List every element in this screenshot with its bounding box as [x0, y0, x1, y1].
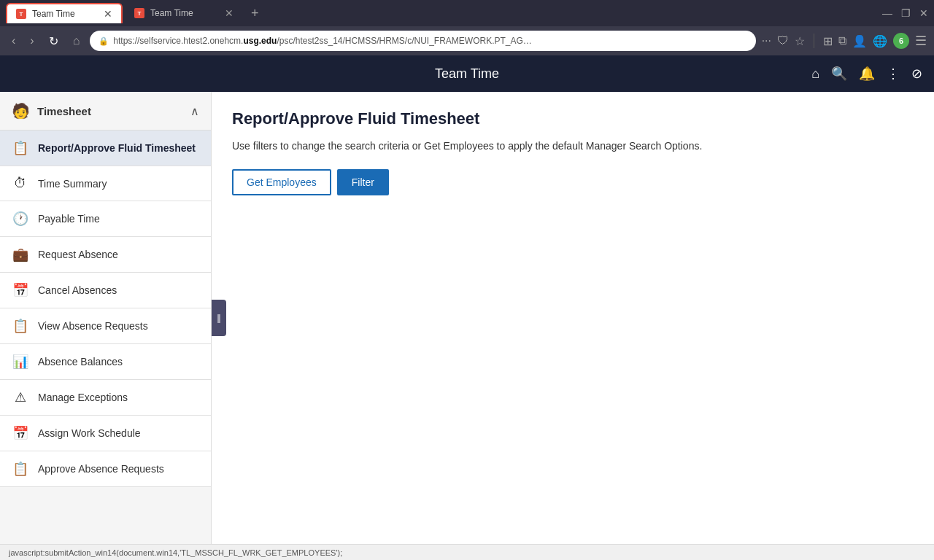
home-icon[interactable]: ⌂ [811, 66, 819, 82]
sidebar-item-request-absence[interactable]: 💼 Request Absence [0, 237, 211, 273]
sidebar-title: Timesheet [37, 105, 91, 117]
security-icon: 🔒 [99, 36, 109, 46]
app-header: Team Time ⌂ 🔍 🔔 ⋮ ⊘ [0, 55, 934, 92]
maximize-button[interactable]: ❐ [901, 7, 911, 19]
split-view-icon[interactable]: ⧉ [838, 34, 846, 47]
hamburger-menu[interactable]: ☰ [915, 33, 927, 49]
browser-tab-2[interactable]: T Team Time ✕ [126, 3, 242, 23]
sidebar-item-time-summary[interactable]: ⏱ Time Summary [0, 166, 211, 201]
sidebar-item-payable-time[interactable]: 🕐 Payable Time [0, 201, 211, 237]
filter-button[interactable]: Filter [337, 169, 389, 195]
view-absence-requests-icon: 📋 [12, 318, 29, 334]
tab-1-label: Team Time [32, 9, 75, 19]
action-buttons: Get Employees Filter [232, 169, 914, 195]
approve-absence-requests-icon: 📋 [12, 461, 29, 477]
sidebar-item-manage-exceptions[interactable]: ⚠ Manage Exceptions [0, 380, 211, 416]
sidebar-collapse-button[interactable]: ∧ [190, 104, 199, 118]
time-summary-icon: ⏱ [12, 176, 29, 191]
tab-2-close[interactable]: ✕ [225, 8, 234, 18]
sidebar-item-label: Time Summary [38, 178, 107, 190]
sidebar-item-label: Manage Exceptions [38, 392, 128, 403]
bookmarks-icon[interactable]: ⊞ [823, 34, 833, 48]
refresh-button[interactable]: ↻ [45, 31, 63, 51]
sidebar-header: 🧑 Timesheet ∧ [0, 92, 211, 131]
profile-avatar[interactable]: 6 [893, 33, 909, 49]
sidebar-item-report-approve[interactable]: 📋 Report/Approve Fluid Timesheet [0, 131, 211, 166]
shield-icon[interactable]: 🛡 [777, 34, 789, 47]
browser-menu-icon[interactable]: 🌐 [873, 34, 887, 48]
manage-exceptions-icon: ⚠ [12, 389, 29, 405]
status-bar: javascript:submitAction_win14(document.w… [0, 544, 934, 560]
sidebar-item-label: View Absence Requests [38, 320, 148, 332]
sidebar-item-assign-work-schedule[interactable]: 📅 Assign Work Schedule [0, 416, 211, 451]
options-icon[interactable]: ⋮ [887, 66, 900, 82]
get-employees-button[interactable]: Get Employees [232, 169, 331, 195]
sidebar-item-label: Payable Time [38, 213, 100, 225]
timesheet-icon: 🧑 [12, 102, 30, 120]
toggle-icon: ‖ [217, 313, 221, 323]
content-area: Report/Approve Fluid Timesheet Use filte… [212, 92, 934, 544]
sidebar: 🧑 Timesheet ∧ 📋 Report/Approve Fluid Tim… [0, 92, 212, 544]
tab-2-label: Team Time [150, 8, 193, 18]
report-approve-icon: 📋 [12, 140, 29, 156]
sidebar-item-label: Assign Work Schedule [38, 427, 141, 439]
window-controls: — ❐ ✕ [882, 7, 928, 19]
new-tab-button[interactable]: + [245, 3, 265, 24]
tab-1-icon: T [16, 9, 26, 19]
sidebar-item-cancel-absences[interactable]: 📅 Cancel Absences [0, 273, 211, 308]
header-icons: ⌂ 🔍 🔔 ⋮ ⊘ [811, 66, 922, 82]
url-text: https://selfservice.htest2.onehcm.usg.ed… [113, 36, 746, 46]
sidebar-item-label: Approve Absence Requests [38, 463, 164, 475]
search-icon[interactable]: 🔍 [831, 66, 847, 82]
absence-balances-icon: 📊 [12, 354, 29, 370]
forward-button[interactable]: › [26, 31, 38, 50]
address-bar[interactable]: 🔒 https://selfservice.htest2.onehcm.usg.… [90, 31, 755, 51]
close-button[interactable]: ✕ [919, 7, 928, 19]
more-options-icon[interactable]: ··· [762, 34, 771, 47]
browser-tab-1[interactable]: T Team Time ✕ [6, 3, 123, 23]
cancel-absences-icon: 📅 [12, 282, 29, 298]
page-description: Use filters to change the search criteri… [232, 140, 914, 152]
block-icon[interactable]: ⊘ [911, 66, 922, 82]
sidebar-header-left: 🧑 Timesheet [12, 102, 91, 120]
sidebar-item-label: Report/Approve Fluid Timesheet [38, 142, 196, 154]
assign-work-schedule-icon: 📅 [12, 425, 29, 441]
request-absence-icon: 💼 [12, 246, 29, 262]
status-text: javascript:submitAction_win14(document.w… [9, 548, 342, 557]
main-layout: 🧑 Timesheet ∧ 📋 Report/Approve Fluid Tim… [0, 92, 934, 544]
browser-title-bar: T Team Time ✕ T Team Time ✕ + — ❐ ✕ [0, 0, 934, 26]
sidebar-item-absence-balances[interactable]: 📊 Absence Balances [0, 344, 211, 380]
bookmark-icon[interactable]: ☆ [795, 34, 805, 48]
sidebar-item-label: Cancel Absences [38, 284, 117, 296]
home-button[interactable]: ⌂ [69, 31, 85, 50]
browser-nav-bar: ‹ › ↻ ⌂ 🔒 https://selfservice.htest2.one… [0, 26, 934, 55]
sidebar-item-label: Absence Balances [38, 356, 123, 368]
notification-icon[interactable]: 🔔 [859, 66, 875, 82]
sidebar-item-label: Request Absence [38, 249, 118, 260]
back-button[interactable]: ‹ [7, 31, 20, 50]
page-title: Report/Approve Fluid Timesheet [232, 109, 914, 128]
sidebar-toggle-handle[interactable]: ‖ [212, 300, 226, 336]
user-account-icon[interactable]: 👤 [852, 34, 867, 48]
sidebar-item-view-absence-requests[interactable]: 📋 View Absence Requests [0, 308, 211, 344]
payable-time-icon: 🕐 [12, 211, 29, 227]
tab-1-close[interactable]: ✕ [104, 9, 112, 19]
sidebar-item-approve-absence-requests[interactable]: 📋 Approve Absence Requests [0, 451, 211, 487]
minimize-button[interactable]: — [882, 7, 892, 19]
tab-2-icon: T [134, 8, 144, 18]
app-title: Team Time [435, 66, 499, 82]
